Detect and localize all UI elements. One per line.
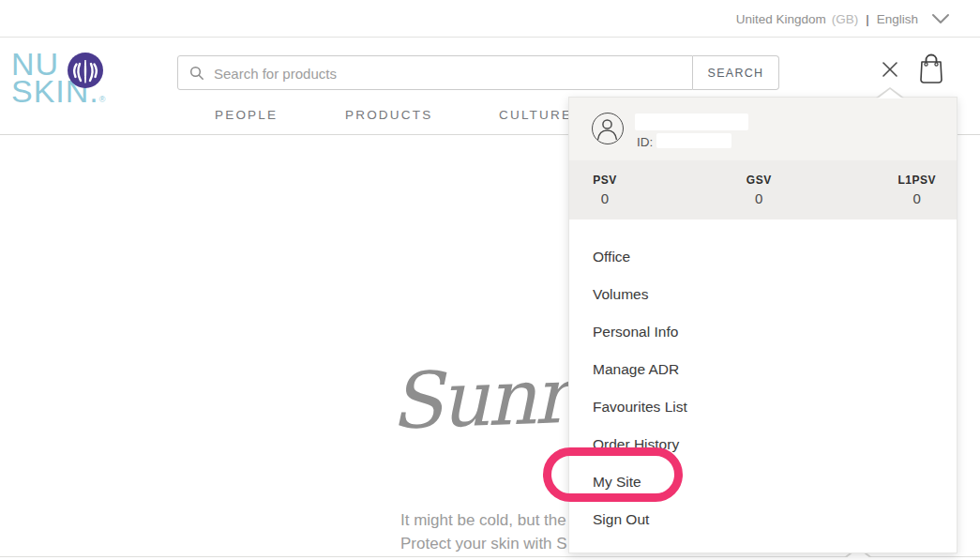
search-field-box xyxy=(177,55,693,90)
hero-copy-line1: It might be cold, but the xyxy=(400,508,567,532)
fountain-logo-icon xyxy=(67,52,104,91)
nav-item-products[interactable]: PRODUCTS xyxy=(345,108,432,122)
hero-copy-line2: Protect your skin with S xyxy=(400,532,567,555)
locale-country-code: (GB) xyxy=(832,12,859,26)
user-id-redacted xyxy=(656,133,731,148)
stat-l1psv: L1PSV 0 xyxy=(897,174,936,206)
user-avatar-icon xyxy=(592,113,624,144)
search-bar: SEARCH xyxy=(177,55,779,90)
search-input[interactable] xyxy=(212,56,685,91)
locale-selector[interactable]: United Kingdom (GB) | English xyxy=(736,0,950,38)
account-dropdown: ID: PSV 0 GSV 0 L1PSV 0 Office Volumes P… xyxy=(568,97,957,553)
account-menu-list: Office Volumes Personal Info Manage ADR … xyxy=(569,219,957,538)
account-header: ID: xyxy=(569,98,957,160)
menu-item-personal-info[interactable]: Personal Info xyxy=(569,313,957,351)
menu-item-my-site[interactable]: My Site xyxy=(569,463,957,501)
menu-item-office[interactable]: Office xyxy=(569,238,957,276)
locale-separator: | xyxy=(866,12,869,26)
menu-item-favourites-list[interactable]: Favourites List xyxy=(569,388,957,426)
locale-language: English xyxy=(877,12,918,26)
dropdown-caret-icon xyxy=(878,89,902,98)
menu-item-manage-adr[interactable]: Manage ADR xyxy=(569,351,957,388)
stat-gsv: GSV 0 xyxy=(744,174,774,206)
section-divider xyxy=(0,556,980,557)
shopping-bag-icon[interactable] xyxy=(914,52,948,87)
nav-item-people[interactable]: PEOPLE xyxy=(215,108,278,122)
nuskin-logo[interactable]: NU SKIN.® xyxy=(11,51,114,105)
chevron-down-icon xyxy=(931,13,950,24)
menu-item-order-history[interactable]: Order History xyxy=(569,426,957,463)
menu-item-volumes[interactable]: Volumes xyxy=(569,276,957,313)
close-icon[interactable] xyxy=(880,60,900,81)
stat-psv: PSV 0 xyxy=(590,174,620,206)
registered-mark: ® xyxy=(99,95,107,104)
hero-copy: It might be cold, but the Protect your s… xyxy=(400,508,567,555)
user-name-redacted xyxy=(635,114,748,130)
search-icon xyxy=(189,66,204,84)
user-id-label: ID: xyxy=(637,135,653,149)
locale-country: United Kingdom xyxy=(736,12,826,26)
page: United Kingdom (GB) | English NU xyxy=(0,0,980,560)
nav-item-culture[interactable]: CULTURE xyxy=(499,108,572,122)
volume-stats: PSV 0 GSV 0 L1PSV 0 xyxy=(569,160,957,219)
locale-bar: United Kingdom (GB) | English xyxy=(0,0,980,38)
menu-item-sign-out[interactable]: Sign Out xyxy=(569,501,957,538)
search-button[interactable]: SEARCH xyxy=(693,55,779,90)
